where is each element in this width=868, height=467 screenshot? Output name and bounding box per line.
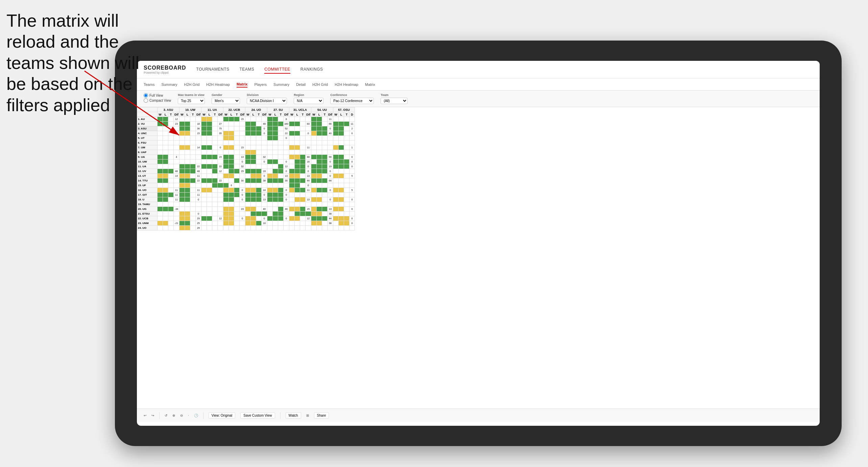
matrix-cell bbox=[185, 117, 190, 122]
sub-nav-matrix[interactable]: Matrix bbox=[237, 81, 247, 88]
matrix-cell bbox=[179, 216, 185, 221]
matrix-cell bbox=[333, 164, 339, 169]
sub-nav-players[interactable]: Players bbox=[254, 82, 267, 87]
matrix-cell bbox=[201, 136, 207, 141]
matrix-cell bbox=[158, 207, 163, 212]
matrix-cell bbox=[168, 136, 174, 141]
reset-icon[interactable]: ↺ bbox=[165, 414, 167, 417]
table-row: 7. UM14015111 bbox=[137, 145, 355, 150]
matrix-cell bbox=[251, 164, 256, 169]
matrix-cell bbox=[317, 202, 322, 207]
gender-select[interactable]: Men's Women's bbox=[212, 98, 240, 104]
nav-item-teams[interactable]: TEAMS bbox=[240, 66, 255, 74]
matrix-cell bbox=[234, 126, 240, 131]
matrix-cell bbox=[322, 207, 328, 212]
col-header-osu: 57. OSU bbox=[333, 107, 355, 112]
sub-nav-h2h-grid2[interactable]: H2H Grid bbox=[312, 82, 328, 87]
matrix-cell: 0 bbox=[306, 169, 311, 174]
matrix-cell bbox=[218, 226, 223, 230]
matrix-cell bbox=[333, 216, 339, 221]
sub-nav-h2h-heatmap2[interactable]: H2H Heatmap bbox=[335, 82, 358, 87]
team-select[interactable]: (All) bbox=[381, 98, 408, 104]
matrix-cell bbox=[245, 131, 251, 136]
sub-nav-summary2[interactable]: Summary bbox=[273, 82, 289, 87]
matrix-cell bbox=[317, 197, 322, 202]
nav-item-committee[interactable]: COMMITTEE bbox=[264, 66, 290, 74]
matrix-cell bbox=[339, 221, 344, 226]
nav-item-tournaments[interactable]: TOURNAMENTS bbox=[196, 66, 230, 74]
matrix-cell bbox=[201, 183, 207, 188]
layout-icon[interactable]: ⊞ bbox=[306, 414, 309, 417]
conference-select[interactable]: Pac-12 Conference ACC Big Ten (All) bbox=[330, 98, 374, 104]
matrix-cell: 52 bbox=[284, 126, 289, 131]
matrix-cell bbox=[212, 141, 218, 145]
matrix-cell bbox=[234, 197, 240, 202]
matrix-cell bbox=[295, 197, 300, 202]
table-row: 15. UF00 bbox=[137, 183, 355, 188]
matrix-cell bbox=[333, 193, 339, 197]
view-original-button[interactable]: View: Original bbox=[209, 412, 236, 419]
clock-icon[interactable]: 🕐 bbox=[194, 414, 198, 417]
table-row: 3. ASU367505202 bbox=[137, 126, 355, 131]
matrix-cell bbox=[289, 155, 295, 159]
matrix-cell bbox=[168, 159, 174, 164]
table-row: 1. AU1215811 bbox=[137, 117, 355, 122]
matrix-cell bbox=[349, 178, 355, 183]
matrix-cell bbox=[185, 197, 190, 202]
matrix-cell bbox=[158, 122, 163, 126]
sub-nav-h2h-grid[interactable]: H2H Grid bbox=[184, 82, 199, 87]
matrix-cell bbox=[223, 226, 229, 230]
matrix-cell: 15 bbox=[218, 155, 223, 159]
zoom-minus-icon[interactable]: ⊖ bbox=[180, 414, 183, 417]
division-select[interactable]: NCAA Division I NCAA Division II NCAA Di… bbox=[247, 98, 287, 104]
zoom-icon[interactable]: ⊕ bbox=[172, 414, 175, 417]
matrix-cell bbox=[207, 117, 212, 122]
sub-nav-summary[interactable]: Summary bbox=[161, 82, 177, 87]
matrix-cell: 22 bbox=[196, 178, 201, 183]
matrix-cell bbox=[212, 159, 218, 164]
nav-item-rankings[interactable]: RANKINGS bbox=[300, 66, 323, 74]
matrix-cell: 23 bbox=[240, 207, 245, 212]
sub-nav-detail[interactable]: Detail bbox=[296, 82, 306, 87]
save-custom-button[interactable]: Save Custom View bbox=[240, 412, 275, 419]
matrix-area[interactable]: 3. ASU 10. UW 11. UA 22. UCB 24. UO 27. … bbox=[137, 107, 820, 409]
watch-button[interactable]: Watch bbox=[286, 412, 301, 419]
row-label: 12. UV bbox=[137, 169, 158, 174]
matrix-cell bbox=[207, 122, 212, 126]
matrix-cell bbox=[163, 174, 168, 178]
gender-label: Gender bbox=[212, 93, 240, 97]
undo-icon[interactable]: ↩ bbox=[144, 414, 146, 417]
matrix-cell bbox=[163, 202, 168, 207]
row-label: 21. ETSU bbox=[137, 212, 158, 216]
logo-area: SCOREBOARD Powered by clippd bbox=[144, 65, 186, 74]
matrix-cell bbox=[322, 155, 328, 159]
matrix-cell bbox=[174, 212, 179, 216]
matrix-cell bbox=[185, 131, 190, 136]
matrix-cell bbox=[190, 193, 196, 197]
matrix-cell bbox=[179, 141, 185, 145]
matrix-cell bbox=[179, 150, 185, 155]
matrix-cell: 13 bbox=[240, 155, 245, 159]
matrix-cell bbox=[278, 202, 284, 207]
matrix-cell bbox=[174, 159, 179, 164]
matrix-cell bbox=[234, 221, 240, 226]
matrix-cell bbox=[223, 150, 229, 155]
matrix-cell bbox=[333, 188, 339, 193]
sub-nav-matrix2[interactable]: Matrix bbox=[365, 82, 375, 87]
redo-icon[interactable]: ↪ bbox=[151, 414, 154, 417]
share-button[interactable]: Share bbox=[314, 412, 329, 419]
matrix-cell bbox=[322, 150, 328, 155]
matrix-cell bbox=[256, 216, 262, 221]
matrix-cell bbox=[245, 169, 251, 174]
matrix-cell bbox=[311, 207, 317, 212]
matrix-cell bbox=[278, 136, 284, 141]
matrix-cell bbox=[234, 188, 240, 193]
region-select[interactable]: N/A Southeast Northeast West bbox=[294, 98, 323, 104]
matrix-cell bbox=[339, 202, 344, 207]
sub-nav-h2h-heatmap[interactable]: H2H Heatmap bbox=[206, 82, 230, 87]
matrix-cell bbox=[251, 155, 256, 159]
matrix-cell bbox=[300, 188, 306, 193]
max-teams-select[interactable]: Top 25 Top 50 All bbox=[178, 98, 205, 104]
logo-subtitle: Powered by clippd bbox=[144, 71, 186, 74]
matrix-cell bbox=[317, 159, 322, 164]
